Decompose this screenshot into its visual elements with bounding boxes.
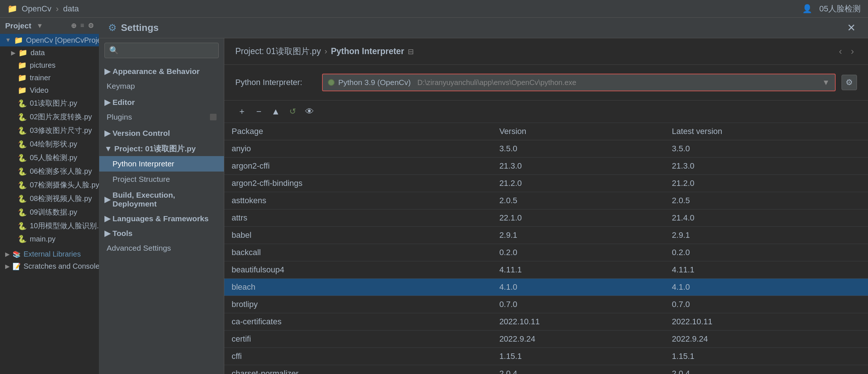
tree-item-root[interactable]: ▼ 📁 OpenCv [OpenCvProject]	[0, 34, 99, 46]
nav-project-group[interactable]: ▼ Project: 01读取图片.py	[99, 140, 224, 156]
nav-languages[interactable]: ▶ Languages & Frameworks	[99, 211, 224, 225]
cell-package: attrs	[224, 209, 492, 227]
cell-version: 2.0.4	[492, 365, 664, 374]
nav-keymap[interactable]: Keymap	[99, 78, 224, 94]
table-row[interactable]: charset-normalizer2.0.42.0.4	[224, 365, 868, 374]
tree-item-video[interactable]: 📁 Video	[0, 84, 99, 96]
table-row[interactable]: argon2-cffi-bindings21.2.021.2.0	[224, 175, 868, 192]
package-table: Package Version Latest version anyio3.5.…	[224, 123, 868, 374]
tree-item-py8[interactable]: 🐍 08检测视频人脸.py	[0, 192, 99, 205]
add-file-icon[interactable]: ⊕	[71, 22, 76, 30]
cell-version: 3.5.0	[492, 140, 664, 158]
table-row[interactable]: asttokens2.0.52.0.5	[224, 192, 868, 209]
table-row[interactable]: cffi1.15.11.15.1	[224, 348, 868, 365]
tree-item-py3[interactable]: 🐍 03修改图片尺寸.py	[0, 124, 99, 137]
col-version[interactable]: Version	[492, 123, 664, 140]
nav-plugins[interactable]: Plugins	[99, 109, 224, 125]
chevron-right-icon: ▶	[104, 98, 110, 107]
interpreter-label: Python Interpreter:	[235, 78, 316, 87]
titlebar: 📁 OpenCv › data 👤 05人脸检测	[0, 0, 868, 18]
cell-version: 21.3.0	[492, 158, 664, 175]
chevron-right-icon: ▶	[11, 49, 15, 56]
cell-version: 4.11.1	[492, 261, 664, 279]
tree-item-py1[interactable]: 🐍 01读取图片.py	[0, 96, 99, 110]
py-icon: 🐍	[18, 208, 27, 217]
toolbar-icons: ⊕ ≡ ⚙	[71, 22, 94, 30]
table-row[interactable]: backcall0.2.00.2.0	[224, 244, 868, 261]
tree-item-external[interactable]: ▶ 📚 External Libraries	[0, 248, 99, 260]
table-row[interactable]: ca-certificates2022.10.112022.10.11	[224, 313, 868, 331]
file-label: 01读取图片.py	[30, 98, 77, 108]
upgrade-package-button[interactable]: ▲	[269, 105, 282, 118]
nav-advanced[interactable]: Advanced Settings	[99, 240, 224, 256]
settings-dialog-title: Settings	[121, 22, 839, 33]
nav-build[interactable]: ▶ Build, Execution, Deployment	[99, 187, 224, 211]
tree-item-pictures[interactable]: 📁 pictures	[0, 59, 99, 71]
cell-package: charset-normalizer	[224, 365, 492, 374]
table-row[interactable]: babel2.9.12.9.1	[224, 227, 868, 244]
tree-item-py10[interactable]: 🐍 10用模型做人脸识别.py	[0, 219, 99, 233]
tree-item-py6[interactable]: 🐍 06检测多张人脸.py	[0, 165, 99, 178]
nav-arrows: ‹ ›	[836, 45, 857, 58]
settings-search-input[interactable]	[104, 43, 219, 58]
table-row[interactable]: anyio3.5.03.5.0	[224, 140, 868, 158]
nav-project-structure[interactable]: Project Structure	[99, 172, 224, 187]
cell-package: beautifulsoup4	[224, 261, 492, 279]
folder-icon: 📁	[18, 86, 27, 95]
tree-item-main[interactable]: 🐍 main.py	[0, 233, 99, 245]
nav-appearance-behavior[interactable]: ▶ Appearance & Behavior	[99, 63, 224, 78]
settings-close-button[interactable]: ✕	[843, 20, 859, 35]
tree-item-py2[interactable]: 🐍 02图片灰度转换.py	[0, 110, 99, 124]
chevron-down-icon: ▼	[5, 37, 11, 43]
cell-package: argon2-cffi	[224, 158, 492, 175]
nav-back-button[interactable]: ‹	[836, 45, 845, 58]
tree-item-scratches[interactable]: ▶ 📝 Scratches and Consoles	[0, 260, 99, 272]
py-icon: 🐍	[18, 194, 27, 203]
collapse-icon[interactable]: ≡	[80, 22, 84, 30]
settings-titlebar: ⚙ Settings ✕	[99, 18, 868, 38]
settings-dialog-icon: ⚙	[108, 22, 117, 33]
dropdown-icon[interactable]: ▼	[36, 22, 43, 30]
user-label: 05人脸检测	[819, 3, 861, 14]
table-row[interactable]: brotlipy0.7.00.7.0	[224, 296, 868, 313]
tree-item-py4[interactable]: 🐍 04绘制形状.py	[0, 137, 99, 151]
col-package[interactable]: Package	[224, 123, 492, 140]
nav-version-control[interactable]: ▶ Version Control	[99, 125, 224, 140]
table-row[interactable]: attrs22.1.021.4.0	[224, 209, 868, 227]
table-row[interactable]: certifi2022.9.242022.9.24	[224, 331, 868, 348]
tree-item-trainer[interactable]: 📁 trainer	[0, 71, 99, 84]
settings-icon[interactable]: ⚙	[88, 22, 94, 30]
table-row[interactable]: bleach4.1.04.1.0	[224, 279, 868, 296]
chevron-right-icon: ▶	[5, 263, 10, 270]
interpreter-dropdown[interactable]: Python 3.9 (OpenCv) D:\ziranyuyanchuli\a…	[322, 74, 836, 91]
cell-package: asttokens	[224, 192, 492, 209]
package-table-container[interactable]: Package Version Latest version anyio3.5.…	[224, 123, 868, 374]
file-label: 02图片灰度转换.py	[30, 112, 92, 122]
tree-item-py7[interactable]: 🐍 07检测摄像头人脸.py	[0, 178, 99, 192]
titlebar-left: 📁 OpenCv › data	[7, 4, 802, 14]
file-tree: Project ▼ ⊕ ≡ ⚙ ▼ 📁 OpenCv [OpenCvProjec…	[0, 18, 99, 374]
col-latest[interactable]: Latest version	[665, 123, 868, 140]
settings-overlay: ⚙ Settings ✕ ▶ Appearance & Behavior Key…	[99, 18, 868, 374]
table-row[interactable]: argon2-cffi21.3.021.3.0	[224, 158, 868, 175]
cell-latest-version: 21.4.0	[665, 209, 868, 227]
interpreter-section: Python Interpreter: Python 3.9 (OpenCv) …	[224, 65, 868, 100]
nav-forward-button[interactable]: ›	[848, 45, 857, 58]
folder-label: pictures	[30, 61, 56, 70]
add-package-button[interactable]: +	[235, 105, 249, 118]
tree-item-data[interactable]: ▶ 📁 data	[0, 46, 99, 59]
remove-package-button[interactable]: −	[252, 105, 265, 118]
titlebar-sep: ›	[56, 4, 59, 14]
reload-packages-button[interactable]: ↺	[286, 105, 299, 118]
user-icon: 👤	[802, 4, 812, 14]
nav-editor[interactable]: ▶ Editor	[99, 94, 224, 109]
py-icon: 🐍	[18, 181, 27, 190]
settings-breadcrumb: Project: 01读取图片.py › Python Interpreter …	[224, 38, 868, 65]
tree-item-py5[interactable]: 🐍 05人脸检测.py	[0, 151, 99, 165]
nav-tools[interactable]: ▶ Tools	[99, 225, 224, 240]
tree-item-py9[interactable]: 🐍 09训练数据.py	[0, 205, 99, 219]
table-row[interactable]: beautifulsoup44.11.14.11.1	[224, 261, 868, 279]
interpreter-settings-button[interactable]: ⚙	[842, 75, 857, 90]
nav-python-interpreter[interactable]: Python Interpreter	[99, 156, 224, 172]
show-options-button[interactable]: 👁	[303, 105, 316, 118]
